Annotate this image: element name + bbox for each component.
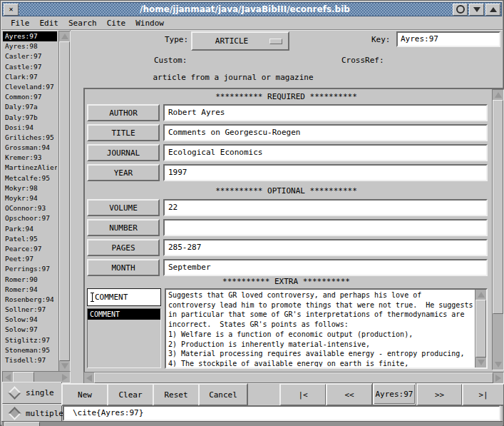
- scrollbar-track[interactable]: [475, 300, 486, 357]
- type-dropdown[interactable]: ARTICLE: [191, 31, 289, 51]
- reference-list-item[interactable]: Moykr:94: [3, 193, 57, 203]
- window-iconify-button[interactable]: [469, 4, 484, 16]
- window-maximize-button[interactable]: [485, 4, 500, 16]
- scrollbar-track[interactable]: [493, 100, 503, 360]
- field-value-input[interactable]: 285-287: [163, 239, 488, 256]
- reset-button[interactable]: Reset: [153, 383, 200, 406]
- menu-item[interactable]: Search: [68, 19, 97, 28]
- field-value-input[interactable]: Ecological Economics: [163, 144, 488, 161]
- scrollbar-thumb[interactable]: [493, 100, 503, 314]
- field-label-button[interactable]: JOURNAL: [87, 144, 160, 161]
- textarea-vertical-scrollbar[interactable]: [475, 290, 486, 367]
- scroll-down-arrow[interactable]: [59, 361, 70, 371]
- nav-first-button[interactable]: |<: [279, 383, 326, 406]
- scrollbar-track[interactable]: [59, 41, 70, 361]
- reference-list-item[interactable]: Castle:97: [3, 62, 57, 72]
- field-value-input[interactable]: September: [163, 259, 488, 276]
- reference-list-item[interactable]: Ayres:97: [3, 31, 57, 41]
- reference-list-item[interactable]: Tisdell:97: [3, 355, 57, 365]
- scroll-right-arrow[interactable]: [493, 372, 503, 383]
- reference-list-item[interactable]: Ayres:98: [3, 41, 57, 51]
- reference-list-item[interactable]: Romer:90: [3, 275, 57, 285]
- reference-list-item[interactable]: Perrings:97: [3, 264, 57, 274]
- reference-list-item[interactable]: Daly:97a: [3, 102, 57, 112]
- menu-item[interactable]: File: [11, 19, 30, 28]
- new-button[interactable]: New: [61, 383, 108, 406]
- cite-string-input[interactable]: \cite{Ayres:97}: [63, 405, 500, 421]
- reference-list-item[interactable]: Mokyr:98: [3, 183, 57, 193]
- scrollbar-thumb[interactable]: [13, 372, 34, 382]
- nav-current-key-button[interactable]: Ayres:97: [373, 383, 416, 405]
- reference-list-item[interactable]: Grossman:94: [3, 143, 57, 153]
- cite-mode-single[interactable]: single: [2, 382, 62, 404]
- reference-list-item[interactable]: Clark:97: [3, 72, 57, 82]
- reference-list-item[interactable]: Solow:97: [3, 325, 57, 335]
- reference-list-item[interactable]: Patel:95: [3, 234, 57, 244]
- reference-list-item[interactable]: Common:97: [3, 92, 57, 102]
- nav-last-button[interactable]: >|: [462, 383, 504, 406]
- reference-list-item[interactable]: Romer:94: [3, 285, 57, 295]
- reference-list-item[interactable]: Solow:94: [3, 315, 57, 325]
- field-label-button[interactable]: PAGES: [87, 239, 160, 256]
- reference-list-item[interactable]: OConnor:93: [3, 203, 57, 213]
- comment-textarea[interactable]: Suggests that GR loved controversy, and …: [165, 288, 488, 369]
- field-value-input[interactable]: 22: [163, 199, 488, 216]
- scroll-down-arrow[interactable]: [475, 357, 486, 367]
- reference-list-item[interactable]: Opschoor:97: [3, 213, 57, 223]
- title-bar[interactable]: ✕ /home/jjanmaat/java/JavaBibIII/econref…: [2, 2, 502, 16]
- reference-list-vertical-scrollbar[interactable]: [58, 31, 71, 372]
- scroll-down-arrow[interactable]: [493, 360, 503, 370]
- field-label-button[interactable]: TITLE: [87, 124, 160, 141]
- reference-list-item[interactable]: Cleveland:97: [3, 82, 57, 92]
- reference-list-item[interactable]: Kremer:93: [3, 153, 57, 163]
- nav-previous-button[interactable]: <<: [326, 383, 373, 406]
- field-value-input[interactable]: Comments on Georgescu-Roegen: [163, 124, 488, 141]
- field-value-input[interactable]: [163, 219, 488, 236]
- scroll-up-arrow[interactable]: [475, 290, 486, 300]
- reference-list-item[interactable]: Stiglitz:97: [3, 335, 57, 345]
- field-label-button[interactable]: AUTHOR: [87, 104, 160, 121]
- scrollbar-track[interactable]: [94, 372, 493, 383]
- clear-button[interactable]: Clear: [107, 383, 154, 406]
- reference-list-item[interactable]: Sollner:97: [3, 305, 57, 315]
- resize-handle[interactable]: [4, 422, 40, 426]
- reference-list-item[interactable]: Rosenberg:94: [3, 295, 57, 305]
- extra-field-name-input[interactable]: COMMENT: [87, 288, 161, 306]
- field-value-input[interactable]: Robert Ayres: [163, 104, 488, 121]
- field-label-button[interactable]: NUMBER: [87, 219, 160, 236]
- reference-list-item[interactable]: Peet:97: [3, 254, 57, 264]
- reference-list-item[interactable]: Pearce:97: [3, 244, 57, 254]
- scrollbar-thumb[interactable]: [59, 41, 70, 361]
- field-label-button[interactable]: YEAR: [87, 164, 160, 181]
- reference-list-item[interactable]: MartinezAlier:9: [3, 163, 57, 173]
- extra-field-list-item[interactable]: COMMENT: [88, 309, 160, 320]
- field-value-input[interactable]: 1997: [163, 164, 488, 181]
- form-horizontal-scrollbar[interactable]: [83, 372, 504, 384]
- reference-list-item[interactable]: Stoneman:95: [3, 345, 57, 355]
- window-menu-button[interactable]: [453, 4, 468, 16]
- window-close-button[interactable]: ✕: [4, 4, 19, 16]
- form-vertical-scrollbar[interactable]: [492, 89, 504, 370]
- scroll-left-arrow[interactable]: [3, 372, 13, 382]
- scroll-left-arrow[interactable]: [84, 372, 94, 383]
- menu-item[interactable]: Edit: [40, 19, 59, 28]
- field-label-button[interactable]: VOLUME: [87, 199, 160, 216]
- reference-list-item[interactable]: Park:94: [3, 224, 57, 234]
- cancel-button[interactable]: Cancel: [198, 383, 248, 406]
- menu-item[interactable]: Cite: [107, 19, 126, 28]
- reference-list-item[interactable]: Griliches:95: [3, 133, 57, 143]
- scroll-up-arrow[interactable]: [493, 90, 503, 100]
- reference-list-item[interactable]: Casler:97: [3, 51, 57, 61]
- menu-item[interactable]: Window: [135, 19, 164, 28]
- nav-next-button[interactable]: >>: [416, 383, 463, 406]
- reference-list-item[interactable]: Dosi:94: [3, 123, 57, 133]
- key-input[interactable]: Ayres:97: [396, 31, 500, 47]
- scrollbar-track[interactable]: [13, 372, 60, 382]
- cite-mode-multiple[interactable]: multiple: [2, 404, 62, 422]
- scroll-up-arrow[interactable]: [59, 31, 70, 41]
- reference-list-item[interactable]: Metcalfe:95: [3, 173, 57, 183]
- field-label-button[interactable]: MONTH: [87, 259, 160, 276]
- reference-list-item[interactable]: Daly:97b: [3, 113, 57, 123]
- scrollbar-thumb[interactable]: [475, 300, 486, 357]
- scrollbar-thumb[interactable]: [94, 372, 493, 383]
